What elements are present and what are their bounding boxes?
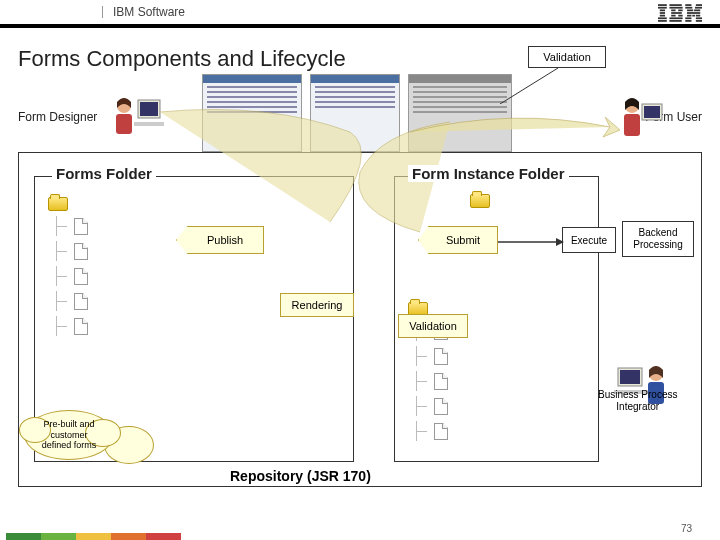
header-divider [102,6,103,18]
svg-rect-9 [671,9,675,11]
file-icon [74,218,88,235]
svg-rect-0 [658,4,667,6]
svg-marker-41 [556,238,564,246]
svg-rect-24 [692,15,695,17]
svg-rect-13 [678,15,682,17]
form-user-person-icon [612,94,667,142]
file-icon [74,243,88,260]
svg-rect-10 [678,9,682,11]
svg-rect-8 [669,7,682,9]
svg-rect-28 [685,20,691,22]
svg-rect-22 [687,12,700,14]
svg-rect-23 [687,15,691,17]
publish-arrow: Publish [176,226,264,254]
ibm-logo [658,4,702,26]
submit-arrow: Submit [418,226,498,254]
repository-label: Repository (JSR 170) [230,468,371,484]
svg-rect-4 [660,15,665,17]
svg-rect-6 [658,20,667,22]
diagram-canvas: Forms Components and Lifecycle Validatio… [0,32,720,520]
instance-top-folder [470,194,490,212]
svg-rect-2 [660,9,665,11]
svg-rect-3 [660,12,665,14]
form-designer-label: Form Designer [18,110,97,124]
svg-rect-25 [696,15,700,17]
folder-icon [48,197,68,211]
business-process-integrator-label: Business Process Integrator [598,389,677,413]
svg-rect-15 [669,20,681,22]
svg-rect-14 [669,17,682,19]
svg-rect-34 [116,114,132,134]
svg-rect-27 [696,17,702,19]
svg-rect-29 [696,20,702,22]
svg-rect-11 [671,12,682,14]
prebuilt-forms-cloud: Pre-built and customer defined forms [24,410,114,460]
svg-rect-43 [620,370,640,384]
svg-rect-21 [694,9,700,11]
svg-rect-16 [685,4,691,6]
submit-to-execute-arrow [498,232,568,252]
page-number: 73 [681,523,692,534]
svg-rect-5 [658,17,667,19]
slide-title: Forms Components and Lifecycle [18,46,720,72]
file-icon [434,398,448,415]
backend-processing-box: Backend Processing [622,221,694,257]
header-software-label: IBM Software [113,5,185,19]
svg-rect-26 [685,17,691,19]
file-icon [74,268,88,285]
file-icon [74,318,88,335]
svg-rect-19 [695,7,702,9]
svg-rect-37 [624,114,640,136]
svg-rect-7 [669,4,681,6]
rendering-box: Rendering [280,293,354,317]
execute-box: Execute [562,227,616,253]
svg-rect-17 [696,4,702,6]
file-icon [434,423,448,440]
file-icon [434,348,448,365]
file-icon [434,373,448,390]
forms-folder-title: Forms Folder [52,165,156,182]
svg-rect-39 [644,106,660,118]
forms-tree [48,197,88,341]
form-to-user-arrow [400,102,620,162]
svg-rect-18 [685,7,692,9]
footer: 73 [0,522,720,540]
svg-rect-20 [687,9,693,11]
svg-rect-1 [658,7,667,9]
file-icon [74,293,88,310]
validation-top-box: Validation [528,46,606,68]
header-bar: IBM Software [0,0,720,28]
svg-rect-12 [671,15,675,17]
validation-mid-box: Validation [398,314,468,338]
form-instance-folder-title: Form Instance Folder [408,165,569,182]
